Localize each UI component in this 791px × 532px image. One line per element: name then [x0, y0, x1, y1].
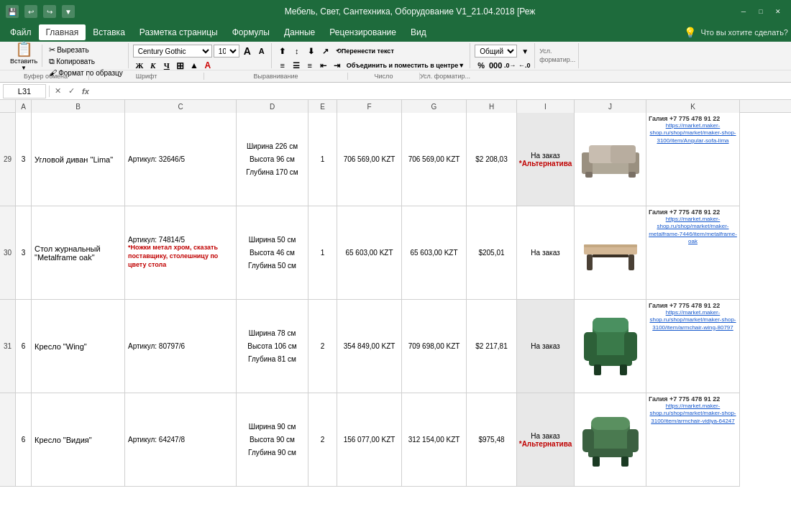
bold-btn[interactable]: Ж [133, 59, 146, 72]
cell-k32[interactable]: Галия +7 775 478 91 22 https://market.ma… [646, 393, 740, 486]
number-format-select[interactable]: Общий [475, 45, 517, 58]
cell-g31[interactable]: 709 698,00 KZT [402, 300, 467, 393]
col-header-d[interactable]: D [237, 100, 308, 113]
cell-c30[interactable]: Артикул: 74814/5 *Ножки метал хром, сказ… [125, 206, 237, 299]
font-color-btn[interactable]: A [201, 59, 214, 72]
cell-h30[interactable]: $205,01 [467, 206, 517, 299]
cell-j32[interactable] [575, 393, 646, 486]
paste-button[interactable]: 📋 Вставить ▼ [6, 45, 42, 67]
copy-button[interactable]: ⧉ Копировать [47, 56, 125, 67]
cell-b31[interactable]: Кресло "Wing" [32, 300, 125, 393]
cell-f32[interactable]: 156 077,00 KZT [337, 393, 402, 486]
col-header-e[interactable]: E [308, 100, 337, 113]
cell-f30[interactable]: 65 603,00 KZT [337, 206, 402, 299]
cell-k31[interactable]: Галия +7 775 478 91 22 https://market.ma… [646, 300, 740, 393]
col-header-j[interactable]: J [575, 100, 646, 113]
cell-h32[interactable]: $975,48 [467, 393, 517, 486]
cell-i30[interactable]: На заказ [517, 206, 575, 299]
align-middle-btn[interactable]: ↕ [291, 45, 303, 58]
cell-reference-input[interactable] [3, 84, 46, 98]
col-header-h[interactable]: H [467, 100, 517, 113]
menu-insert[interactable]: Вставка [86, 24, 132, 40]
menu-file[interactable]: Файл [3, 24, 39, 40]
cell-d31[interactable]: Ширина 78 см Высота 106 см Глубина 81 см [237, 300, 308, 393]
col-header-k[interactable]: K [646, 100, 740, 113]
cell-j30[interactable] [575, 206, 646, 299]
cell-c29[interactable]: Артикул: 32646/5 [125, 113, 237, 206]
align-bottom-btn[interactable]: ⬇ [305, 45, 318, 58]
formula-input[interactable] [94, 84, 788, 98]
row-num-29[interactable]: 29 [0, 113, 15, 206]
cell-b30[interactable]: Стол журнальный "Metalframe oak" [32, 206, 125, 299]
decrease-decimal-btn[interactable]: ←.0 [518, 59, 531, 72]
increase-font-btn[interactable]: A [241, 45, 254, 58]
cell-g30[interactable]: 65 603,00 KZT [402, 206, 467, 299]
border-btn[interactable]: ⊞ [174, 59, 187, 72]
wrap-text-btn[interactable]: ⟲ Перенести текст [334, 45, 396, 58]
cell-e31[interactable]: 2 [308, 300, 337, 393]
percent-btn[interactable]: % [475, 59, 488, 72]
cell-g29[interactable]: 706 569,00 KZT [402, 113, 467, 206]
cell-f29[interactable]: 706 569,00 KZT [337, 113, 402, 206]
cell-i31[interactable]: На заказ [517, 300, 575, 393]
cell-j29[interactable] [575, 113, 646, 206]
align-center-btn[interactable]: ☰ [290, 59, 303, 72]
decrease-font-btn[interactable]: A [255, 45, 268, 58]
cell-i32[interactable]: На заказ *Альтернатива [517, 393, 575, 486]
minimize-btn[interactable]: ─ [736, 4, 751, 19]
cell-c31[interactable]: Артикул: 80797/6 [125, 300, 237, 393]
cell-b29[interactable]: Угловой диван "Lima" [32, 113, 125, 206]
text-angle-btn[interactable]: ↗ [319, 45, 332, 58]
menu-formulas[interactable]: Формулы [225, 24, 277, 40]
cut-button[interactable]: ✂ Вырезать [47, 45, 125, 55]
cell-e32[interactable]: 2 [308, 393, 337, 486]
increase-decimal-btn[interactable]: .0→ [503, 59, 516, 72]
cell-h31[interactable]: $2 217,81 [467, 300, 517, 393]
cell-j31[interactable] [575, 300, 646, 393]
customize-icon[interactable]: ▼ [62, 5, 75, 18]
cell-d30[interactable]: Ширина 50 см Высота 46 см Глубина 50 см [237, 206, 308, 299]
insert-function-icon[interactable]: fx [80, 87, 91, 96]
col-header-i[interactable]: I [517, 100, 575, 113]
increase-indent-btn[interactable]: ⇥ [331, 59, 344, 72]
align-top-btn[interactable]: ⬆ [276, 45, 289, 58]
row-num-31[interactable]: 31 [0, 300, 15, 393]
maximize-btn[interactable]: □ [754, 4, 768, 19]
font-name-select[interactable]: Century Gothic [133, 45, 212, 58]
cell-b32[interactable]: Кресло "Видия" [32, 393, 125, 486]
cell-h29[interactable]: $2 208,03 [467, 113, 517, 206]
cell-d29[interactable]: Ширина 226 см Высота 96 см Глубина 170 с… [237, 113, 308, 206]
save-icon[interactable]: 💾 [6, 5, 19, 18]
cell-k29[interactable]: Галия +7 775 478 91 22 https://market.ma… [646, 113, 740, 206]
cell-a30[interactable]: 3 [16, 206, 32, 299]
italic-btn[interactable]: К [147, 59, 160, 72]
col-header-c[interactable]: C [125, 100, 237, 113]
undo-icon[interactable]: ↩ [24, 5, 37, 18]
cell-a32[interactable]: 6 [16, 393, 32, 486]
col-header-b[interactable]: B [32, 100, 125, 113]
number-format-dropdown[interactable]: ▼ [518, 45, 531, 58]
cell-a29[interactable]: 3 [16, 113, 32, 206]
align-left-btn[interactable]: ≡ [276, 59, 289, 72]
col-header-g[interactable]: G [402, 100, 467, 113]
fill-color-btn[interactable]: ▲ [188, 59, 201, 72]
cell-c32[interactable]: Артикул: 64247/8 [125, 393, 237, 486]
confirm-formula-icon[interactable]: ✓ [66, 86, 77, 96]
align-right-btn[interactable]: ≡ [303, 59, 316, 72]
cell-g32[interactable]: 312 154,00 KZT [402, 393, 467, 486]
cell-a31[interactable]: 6 [16, 300, 32, 393]
cell-e30[interactable]: 1 [308, 206, 337, 299]
menu-data[interactable]: Данные [277, 24, 322, 40]
underline-btn[interactable]: Ч [160, 59, 173, 72]
merge-btn[interactable]: Объединить и поместить в центре ▼ [344, 59, 467, 72]
menu-view[interactable]: Вид [403, 24, 434, 40]
col-header-f[interactable]: F [337, 100, 402, 113]
close-btn[interactable]: ✕ [771, 4, 785, 19]
thousands-btn[interactable]: 000 [489, 59, 502, 72]
cell-f31[interactable]: 354 849,00 KZT [337, 300, 402, 393]
cell-k30[interactable]: Галия +7 775 478 91 22 https://market.ma… [646, 206, 740, 299]
row-num-30[interactable]: 30 [0, 206, 15, 300]
cell-d32[interactable]: Ширина 90 см Высота 90 см Глубина 90 см [237, 393, 308, 486]
cancel-formula-icon[interactable]: ✕ [52, 86, 63, 96]
cell-i29[interactable]: На заказ *Альтернатива [517, 113, 575, 206]
